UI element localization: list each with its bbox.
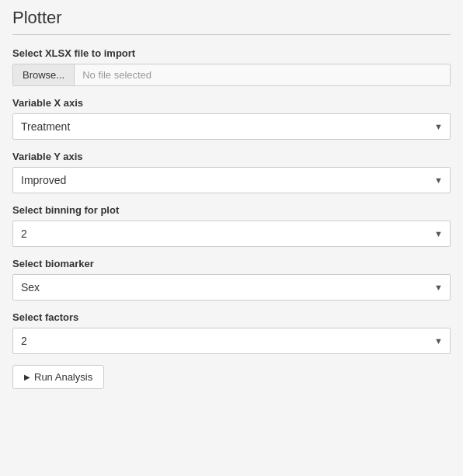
file-placeholder-text: No file selected xyxy=(75,64,450,85)
variable-x-select[interactable]: Treatment Age Sex Dose xyxy=(12,113,451,140)
biomarker-wrapper: Sex Age BMI Weight xyxy=(12,274,451,301)
variable-x-wrapper: Treatment Age Sex Dose xyxy=(12,113,451,140)
file-import-label: Select XLSX file to import xyxy=(12,47,451,59)
biomarker-label: Select biomarker xyxy=(12,258,451,269)
run-analysis-button[interactable]: ▶ Run Analysis xyxy=(12,365,104,389)
binning-section: Select binning for plot 1 2 3 4 5 xyxy=(12,204,451,247)
factors-wrapper: 1 2 3 4 xyxy=(12,328,451,354)
app-container: Plotter Select XLSX file to import Brows… xyxy=(0,0,463,476)
browse-button[interactable]: Browse... xyxy=(13,64,75,85)
variable-y-section: Variable Y axis Improved Score Response … xyxy=(12,151,451,193)
page-title: Plotter xyxy=(12,8,451,35)
variable-y-wrapper: Improved Score Response Outcome xyxy=(12,167,451,193)
run-analysis-label: Run Analysis xyxy=(34,371,92,383)
variable-y-label: Variable Y axis xyxy=(12,151,451,162)
variable-y-select[interactable]: Improved Score Response Outcome xyxy=(12,167,451,193)
biomarker-section: Select biomarker Sex Age BMI Weight xyxy=(12,258,451,301)
factors-section: Select factors 1 2 3 4 xyxy=(12,311,451,354)
biomarker-select[interactable]: Sex Age BMI Weight xyxy=(12,274,451,301)
variable-x-label: Variable X axis xyxy=(12,97,451,109)
file-input-row: Browse... No file selected xyxy=(12,64,451,86)
factors-select[interactable]: 1 2 3 4 xyxy=(12,328,451,354)
binning-label: Select binning for plot xyxy=(12,204,451,216)
factors-label: Select factors xyxy=(12,311,451,323)
variable-x-section: Variable X axis Treatment Age Sex Dose xyxy=(12,97,451,140)
binning-select[interactable]: 1 2 3 4 5 xyxy=(12,221,451,247)
binning-wrapper: 1 2 3 4 5 xyxy=(12,221,451,247)
file-import-section: Select XLSX file to import Browse... No … xyxy=(12,47,451,86)
play-icon: ▶ xyxy=(24,373,30,381)
